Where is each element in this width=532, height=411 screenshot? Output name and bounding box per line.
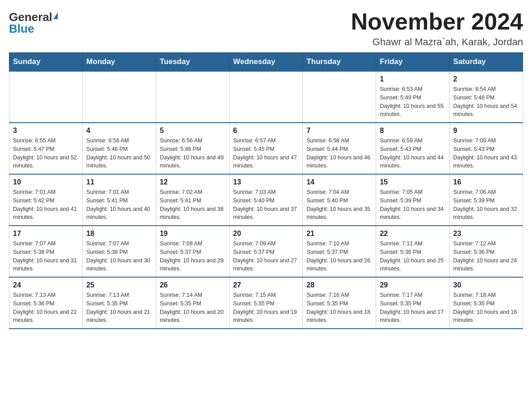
calendar-cell: 22Sunrise: 7:11 AM Sunset: 5:36 PM Dayli… <box>376 226 450 277</box>
day-number: 11 <box>86 178 152 186</box>
calendar-cell: 16Sunrise: 7:06 AM Sunset: 5:39 PM Dayli… <box>450 174 523 226</box>
day-number: 12 <box>160 178 226 186</box>
day-info: Sunrise: 7:17 AM Sunset: 5:35 PM Dayligh… <box>380 291 446 325</box>
calendar-header-tuesday: Tuesday <box>156 53 229 72</box>
day-info: Sunrise: 7:11 AM Sunset: 5:36 PM Dayligh… <box>380 240 446 273</box>
calendar-header-thursday: Thursday <box>303 53 376 72</box>
calendar-cell: 25Sunrise: 7:13 AM Sunset: 5:35 PM Dayli… <box>82 277 156 329</box>
day-number: 13 <box>233 178 299 186</box>
day-number: 1 <box>380 75 446 83</box>
day-number: 7 <box>306 127 372 135</box>
day-number: 25 <box>86 281 152 289</box>
calendar-header-friday: Friday <box>376 53 450 72</box>
day-number: 17 <box>13 230 79 238</box>
calendar-cell: 20Sunrise: 7:09 AM Sunset: 5:37 PM Dayli… <box>229 226 303 277</box>
calendar-cell: 3Sunrise: 6:55 AM Sunset: 5:47 PM Daylig… <box>9 123 83 174</box>
day-info: Sunrise: 6:54 AM Sunset: 5:48 PM Dayligh… <box>453 85 519 119</box>
day-info: Sunrise: 7:14 AM Sunset: 5:35 PM Dayligh… <box>160 291 226 325</box>
day-info: Sunrise: 7:01 AM Sunset: 5:41 PM Dayligh… <box>86 188 152 222</box>
day-info: Sunrise: 6:55 AM Sunset: 5:47 PM Dayligh… <box>13 137 79 170</box>
day-number: 10 <box>13 178 79 186</box>
calendar-week-5: 24Sunrise: 7:13 AM Sunset: 5:36 PM Dayli… <box>9 277 523 329</box>
calendar-cell: 1Sunrise: 6:53 AM Sunset: 5:49 PM Daylig… <box>376 71 450 123</box>
logo-blue-text: Blue <box>9 23 34 34</box>
day-number: 15 <box>380 178 446 186</box>
day-info: Sunrise: 6:56 AM Sunset: 5:46 PM Dayligh… <box>160 137 226 170</box>
calendar-week-3: 10Sunrise: 7:01 AM Sunset: 5:42 PM Dayli… <box>9 174 523 226</box>
location-subtitle: Ghawr al Mazra`ah, Karak, Jordan <box>351 36 523 48</box>
calendar-cell: 14Sunrise: 7:04 AM Sunset: 5:40 PM Dayli… <box>303 174 376 226</box>
calendar-cell: 11Sunrise: 7:01 AM Sunset: 5:41 PM Dayli… <box>82 174 156 226</box>
day-info: Sunrise: 7:03 AM Sunset: 5:40 PM Dayligh… <box>233 188 299 222</box>
day-info: Sunrise: 7:12 AM Sunset: 5:36 PM Dayligh… <box>453 240 519 273</box>
calendar-cell <box>229 71 303 123</box>
day-info: Sunrise: 7:08 AM Sunset: 5:37 PM Dayligh… <box>160 240 226 273</box>
calendar-cell <box>9 71 83 123</box>
calendar-cell: 8Sunrise: 6:59 AM Sunset: 5:43 PM Daylig… <box>376 123 450 174</box>
calendar-cell <box>303 71 376 123</box>
calendar-week-1: 1Sunrise: 6:53 AM Sunset: 5:49 PM Daylig… <box>9 71 523 123</box>
calendar-title: November 2024 <box>351 9 523 34</box>
day-number: 20 <box>233 230 299 238</box>
day-info: Sunrise: 6:59 AM Sunset: 5:43 PM Dayligh… <box>380 137 446 170</box>
day-info: Sunrise: 7:16 AM Sunset: 5:35 PM Dayligh… <box>306 291 372 325</box>
calendar-header-row: SundayMondayTuesdayWednesdayThursdayFrid… <box>9 53 523 72</box>
calendar-cell: 30Sunrise: 7:18 AM Sunset: 5:35 PM Dayli… <box>450 277 523 329</box>
calendar-cell: 27Sunrise: 7:15 AM Sunset: 5:35 PM Dayli… <box>229 277 303 329</box>
calendar-header-wednesday: Wednesday <box>229 53 303 72</box>
day-info: Sunrise: 7:13 AM Sunset: 5:36 PM Dayligh… <box>13 291 79 325</box>
calendar-cell: 15Sunrise: 7:05 AM Sunset: 5:39 PM Dayli… <box>376 174 450 226</box>
page-header: General Blue November 2024 Ghawr al Mazr… <box>9 9 523 48</box>
calendar-table: SundayMondayTuesdayWednesdayThursdayFrid… <box>9 52 523 329</box>
day-info: Sunrise: 6:56 AM Sunset: 5:46 PM Dayligh… <box>86 137 152 170</box>
day-number: 23 <box>453 230 519 238</box>
day-number: 22 <box>380 230 446 238</box>
calendar-cell: 28Sunrise: 7:16 AM Sunset: 5:35 PM Dayli… <box>303 277 376 329</box>
day-number: 5 <box>160 127 226 135</box>
day-number: 3 <box>13 127 79 135</box>
calendar-header-saturday: Saturday <box>450 53 523 72</box>
day-info: Sunrise: 7:09 AM Sunset: 5:37 PM Dayligh… <box>233 240 299 273</box>
day-info: Sunrise: 6:57 AM Sunset: 5:45 PM Dayligh… <box>233 137 299 170</box>
calendar-cell: 2Sunrise: 6:54 AM Sunset: 5:48 PM Daylig… <box>450 71 523 123</box>
day-number: 24 <box>13 281 79 289</box>
calendar-week-2: 3Sunrise: 6:55 AM Sunset: 5:47 PM Daylig… <box>9 123 523 174</box>
calendar-header-monday: Monday <box>82 53 156 72</box>
day-info: Sunrise: 7:04 AM Sunset: 5:40 PM Dayligh… <box>306 188 372 222</box>
day-info: Sunrise: 7:02 AM Sunset: 5:41 PM Dayligh… <box>160 188 226 222</box>
day-number: 27 <box>233 281 299 289</box>
calendar-cell: 13Sunrise: 7:03 AM Sunset: 5:40 PM Dayli… <box>229 174 303 226</box>
day-number: 6 <box>233 127 299 135</box>
day-info: Sunrise: 7:01 AM Sunset: 5:42 PM Dayligh… <box>13 188 79 222</box>
calendar-cell: 19Sunrise: 7:08 AM Sunset: 5:37 PM Dayli… <box>156 226 229 277</box>
calendar-cell: 24Sunrise: 7:13 AM Sunset: 5:36 PM Dayli… <box>9 277 83 329</box>
calendar-cell: 9Sunrise: 7:00 AM Sunset: 5:43 PM Daylig… <box>450 123 523 174</box>
day-info: Sunrise: 7:13 AM Sunset: 5:35 PM Dayligh… <box>86 291 152 325</box>
day-number: 9 <box>453 127 519 135</box>
day-number: 16 <box>453 178 519 186</box>
day-number: 21 <box>306 230 372 238</box>
day-info: Sunrise: 7:10 AM Sunset: 5:37 PM Dayligh… <box>306 240 372 273</box>
day-number: 18 <box>86 230 152 238</box>
day-number: 29 <box>380 281 446 289</box>
day-info: Sunrise: 7:18 AM Sunset: 5:35 PM Dayligh… <box>453 291 519 325</box>
day-number: 14 <box>306 178 372 186</box>
day-info: Sunrise: 7:07 AM Sunset: 5:38 PM Dayligh… <box>86 240 152 273</box>
day-info: Sunrise: 6:53 AM Sunset: 5:49 PM Dayligh… <box>380 85 446 119</box>
calendar-cell: 26Sunrise: 7:14 AM Sunset: 5:35 PM Dayli… <box>156 277 229 329</box>
day-number: 2 <box>453 75 519 83</box>
calendar-cell: 12Sunrise: 7:02 AM Sunset: 5:41 PM Dayli… <box>156 174 229 226</box>
day-number: 28 <box>306 281 372 289</box>
calendar-cell <box>82 71 156 123</box>
calendar-cell: 10Sunrise: 7:01 AM Sunset: 5:42 PM Dayli… <box>9 174 83 226</box>
calendar-cell: 4Sunrise: 6:56 AM Sunset: 5:46 PM Daylig… <box>82 123 156 174</box>
calendar-cell: 21Sunrise: 7:10 AM Sunset: 5:37 PM Dayli… <box>303 226 376 277</box>
day-info: Sunrise: 7:06 AM Sunset: 5:39 PM Dayligh… <box>453 188 519 222</box>
day-info: Sunrise: 7:00 AM Sunset: 5:43 PM Dayligh… <box>453 137 519 170</box>
logo: General Blue <box>9 9 58 34</box>
calendar-cell: 29Sunrise: 7:17 AM Sunset: 5:35 PM Dayli… <box>376 277 450 329</box>
day-number: 4 <box>86 127 152 135</box>
calendar-header-sunday: Sunday <box>9 53 83 72</box>
day-info: Sunrise: 7:05 AM Sunset: 5:39 PM Dayligh… <box>380 188 446 222</box>
calendar-cell: 23Sunrise: 7:12 AM Sunset: 5:36 PM Dayli… <box>450 226 523 277</box>
